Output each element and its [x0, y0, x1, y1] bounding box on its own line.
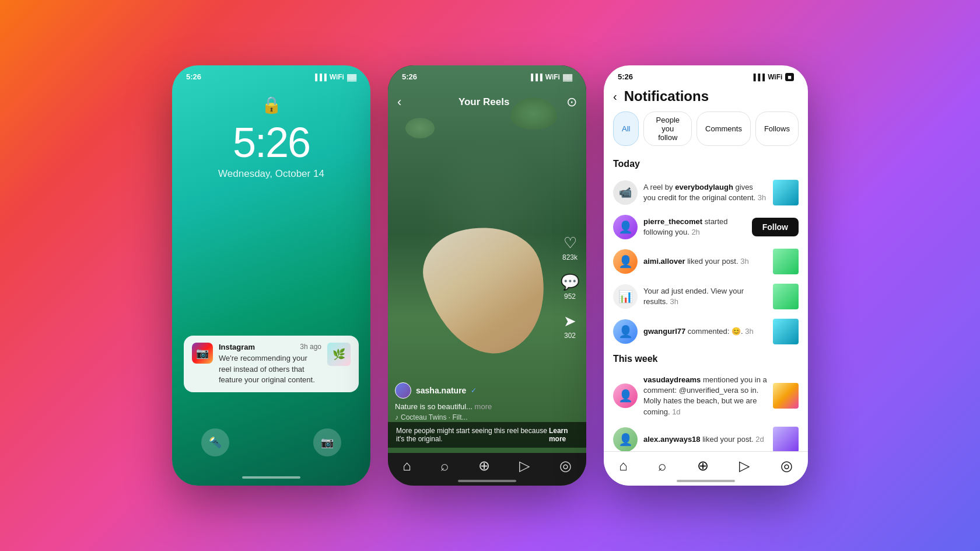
notif-ad[interactable]: 📊 Your ad just ended. View your results.… [604, 279, 808, 314]
status-time-1: 5:26 [186, 72, 201, 81]
notif-thumb-mention [773, 383, 799, 409]
share-count: 302 [564, 332, 576, 340]
notif-comment[interactable]: 👤 gwangurl77 commented: 😊. 3h [604, 314, 808, 349]
nav-reels-icon-3[interactable]: ▷ [739, 458, 750, 474]
chart-icon: 📊 [618, 290, 633, 304]
promo-text: More people might start seeing this reel… [396, 427, 549, 443]
notif-text-comment: gwangurl77 commented: 😊. 3h [643, 326, 767, 337]
like-action[interactable]: ♡ 823k [562, 234, 578, 261]
nav-reels-icon[interactable]: ▷ [519, 458, 530, 474]
status-bar-2: 5:26 ▐▐▐ WiFi ▓▓ [388, 65, 586, 83]
reels-back-button[interactable]: ‹ [397, 95, 401, 110]
notif-text-like-1: aimi.allover liked your post. 3h [643, 256, 767, 267]
notifications-title: Notifications [624, 88, 709, 104]
instagram-icon: 📷 [192, 343, 213, 364]
notif-follow[interactable]: 👤 pierre_thecomet started following you.… [604, 210, 808, 244]
notif-avatar-ad: 📊 [613, 284, 638, 309]
reel-icon: 📹 [619, 186, 632, 199]
more-link[interactable]: more [475, 402, 492, 411]
person-icon-4: 👤 [618, 389, 633, 403]
caption-text: Nature is so beautiful... [395, 402, 473, 411]
nav-home-icon[interactable]: ⌂ [402, 458, 411, 474]
notif-avatar-mention: 👤 [613, 383, 638, 408]
wifi-icon-2: WiFi [545, 73, 560, 81]
notif-avatar-like-1: 👤 [613, 249, 638, 274]
nav-search-icon-3[interactable]: ⌕ [658, 458, 666, 474]
tab-follows[interactable]: Follows [755, 111, 799, 146]
reels-info: sasha.nature ✓ Nature is so beautiful...… [388, 382, 551, 421]
phone-notifications: 5:26 ▐▐▐ WiFi ■ ‹ Notifications All Peop… [604, 65, 808, 486]
tab-people-you-follow[interactable]: People you follow [643, 111, 692, 146]
status-icons-3: ▐▐▐ WiFi ■ [751, 73, 794, 81]
camera-button[interactable]: 📷 [313, 428, 341, 456]
notif-text-like-2: alex.anyways18 liked your post. 2d [643, 434, 767, 445]
notif-avatar-follow: 👤 [613, 215, 638, 239]
notification-content: Instagram 3h ago We're recommending your… [219, 343, 321, 385]
notif-text-follow: pierre_thecomet started following you. 2… [643, 217, 746, 238]
notif-like-1[interactable]: 👤 aimi.allover liked your post. 3h [604, 244, 808, 279]
notifications-header: ‹ Notifications [604, 83, 808, 111]
nav-profile-icon-3[interactable]: ◎ [780, 458, 793, 474]
section-this-week: This week [604, 349, 808, 370]
notif-text-reel: A reel by everybodylaugh gives you credi… [643, 182, 767, 203]
signal-icon-2: ▐▐▐ [528, 74, 542, 81]
signal-icon-1: ▐▐▐ [313, 74, 326, 81]
like-count: 823k [562, 253, 578, 261]
music-info: ♪ Cocteau Twins · Filt... [395, 413, 544, 421]
reels-camera-button[interactable]: ⊙ [566, 95, 577, 110]
back-button[interactable]: ‹ [613, 90, 617, 103]
battery-icon-1: ▓▓ [347, 74, 356, 81]
comment-icon: 💬 [561, 273, 579, 291]
notif-mention[interactable]: 👤 vasudaydreams mentioned you in a comme… [604, 370, 808, 422]
battery-icon-2: ▓▓ [563, 74, 572, 81]
comment-action[interactable]: 💬 952 [561, 273, 579, 301]
nav-add-icon-3[interactable]: ⊕ [697, 458, 709, 474]
learn-more-link[interactable]: Learn more [549, 427, 578, 443]
tab-all[interactable]: All [613, 111, 639, 146]
status-icons-2: ▐▐▐ WiFi ▓▓ [528, 73, 572, 81]
status-bar-1: 5:26 ▐▐▐ WiFi ▓▓ [172, 65, 370, 83]
verified-badge: ✓ [471, 386, 477, 395]
notification-app-name: Instagram [219, 343, 255, 351]
notification-card[interactable]: 📷 Instagram 3h ago We're recommending yo… [184, 336, 359, 392]
notif-thumb-comment [773, 319, 799, 344]
flashlight-button[interactable]: 🔦 [201, 428, 229, 456]
filter-tabs: All People you follow Comments Follows [604, 111, 808, 154]
music-note-icon: ♪ [395, 413, 398, 421]
music-text: Cocteau Twins · Filt... [401, 413, 468, 421]
nav-search-icon[interactable]: ⌕ [440, 458, 449, 474]
notif-avatar-reel: 📹 [613, 180, 638, 205]
share-icon: ➤ [564, 312, 576, 330]
person-icon-5: 👤 [618, 433, 633, 447]
notif-thumb-like-2 [773, 427, 799, 452]
home-indicator-1 [242, 476, 300, 479]
lily-pad-decoration-2 [405, 118, 435, 138]
wifi-icon-3: WiFi [768, 73, 782, 81]
battery-icon-3: ■ [785, 73, 794, 81]
lock-bottom-actions: 🔦 📷 [172, 428, 370, 456]
lock-time: 5:26 [233, 121, 310, 163]
nav-profile-icon[interactable]: ◎ [559, 458, 572, 474]
notif-thumb-reel [773, 180, 799, 205]
lock-icon: 🔒 [261, 95, 282, 114]
share-action[interactable]: ➤ 302 [564, 312, 576, 340]
notif-thumb-ad [773, 284, 799, 309]
reels-actions: ♡ 823k 💬 952 ➤ 302 [561, 234, 579, 340]
lock-screen-body: 🔒 5:26 Wednesday, October 14 [172, 83, 370, 180]
phone-lockscreen: 5:26 ▐▐▐ WiFi ▓▓ 🔒 5:26 Wednesday, Octob… [172, 65, 370, 486]
heart-icon: ♡ [564, 234, 577, 252]
nav-home-icon-3[interactable]: ⌂ [619, 458, 628, 474]
status-time-2: 5:26 [402, 72, 417, 81]
status-time-3: 5:26 [618, 72, 633, 81]
notif-thumb-like-1 [773, 249, 799, 274]
follow-button[interactable]: Follow [752, 218, 799, 236]
reels-user: sasha.nature ✓ [395, 382, 544, 399]
person-icon-1: 👤 [618, 220, 633, 234]
promo-bar: More people might start seeing this reel… [388, 422, 586, 448]
status-bar-3: 5:26 ▐▐▐ WiFi ■ [604, 65, 808, 83]
reels-caption: Nature is so beautiful... more [395, 402, 544, 411]
notif-reel-credit[interactable]: 📹 A reel by everybodylaugh gives you cre… [604, 175, 808, 210]
tab-comments[interactable]: Comments [696, 111, 751, 146]
notif-text-mention: vasudaydreams mentioned you in a comment… [643, 375, 767, 417]
nav-add-icon[interactable]: ⊕ [478, 458, 490, 474]
